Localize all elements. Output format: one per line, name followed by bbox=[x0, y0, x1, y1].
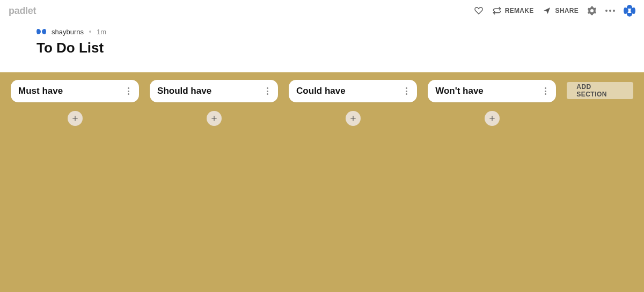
byline-separator bbox=[89, 31, 91, 33]
topbar-actions: REMAKE SHARE bbox=[474, 5, 635, 17]
section-menu-button[interactable] bbox=[265, 85, 270, 97]
settings-button[interactable] bbox=[587, 6, 597, 16]
more-button[interactable] bbox=[605, 10, 615, 12]
add-card-button[interactable] bbox=[68, 111, 83, 126]
section-menu-button[interactable] bbox=[404, 85, 409, 97]
heart-icon bbox=[474, 6, 484, 16]
board-header: shayburns 1m To Do List bbox=[0, 21, 644, 72]
share-button[interactable]: SHARE bbox=[542, 6, 579, 16]
timestamp: 1m bbox=[97, 28, 106, 36]
section-title: Must have bbox=[18, 86, 63, 96]
section-column: Could have bbox=[289, 80, 417, 126]
user-avatar[interactable] bbox=[624, 5, 635, 17]
section-column: Must have bbox=[11, 80, 139, 126]
plus-icon bbox=[488, 115, 496, 122]
section-column: Should have bbox=[150, 80, 278, 126]
section-header[interactable]: Should have bbox=[150, 80, 278, 102]
remake-button[interactable]: REMAKE bbox=[492, 6, 534, 16]
section-title: Could have bbox=[296, 86, 346, 96]
remake-label: REMAKE bbox=[505, 7, 534, 14]
section-header[interactable]: Must have bbox=[11, 80, 139, 102]
share-icon bbox=[542, 6, 552, 16]
share-label: SHARE bbox=[555, 7, 579, 14]
section-header[interactable]: Won't have bbox=[428, 80, 556, 102]
author-avatar[interactable] bbox=[36, 27, 46, 36]
plus-icon bbox=[349, 115, 357, 122]
add-section-label: ADD SECTION bbox=[576, 83, 624, 98]
like-button[interactable] bbox=[474, 6, 484, 16]
section-title: Won't have bbox=[435, 86, 484, 96]
add-card-button[interactable] bbox=[346, 111, 361, 126]
add-card-button[interactable] bbox=[207, 111, 222, 126]
gear-icon bbox=[587, 6, 597, 16]
section-menu-button[interactable] bbox=[126, 85, 131, 97]
add-card-button[interactable] bbox=[485, 111, 500, 126]
section-menu-button[interactable] bbox=[543, 85, 548, 97]
board-canvas: Must have Should have Could have Won't h… bbox=[0, 72, 644, 292]
topbar: padlet REMAKE SHARE bbox=[0, 0, 644, 21]
add-section-button[interactable]: ADD SECTION bbox=[567, 82, 633, 99]
section-header[interactable]: Could have bbox=[289, 80, 417, 102]
board-title: To Do List bbox=[36, 40, 633, 56]
author-name[interactable]: shayburns bbox=[52, 28, 84, 36]
section-column: Won't have bbox=[428, 80, 556, 126]
plus-icon bbox=[210, 115, 218, 122]
byline: shayburns 1m bbox=[36, 27, 633, 36]
brand-logo[interactable]: padlet bbox=[9, 5, 36, 17]
plus-icon bbox=[71, 115, 79, 122]
section-title: Should have bbox=[157, 86, 211, 96]
remake-icon bbox=[492, 6, 502, 16]
more-icon bbox=[605, 10, 615, 12]
